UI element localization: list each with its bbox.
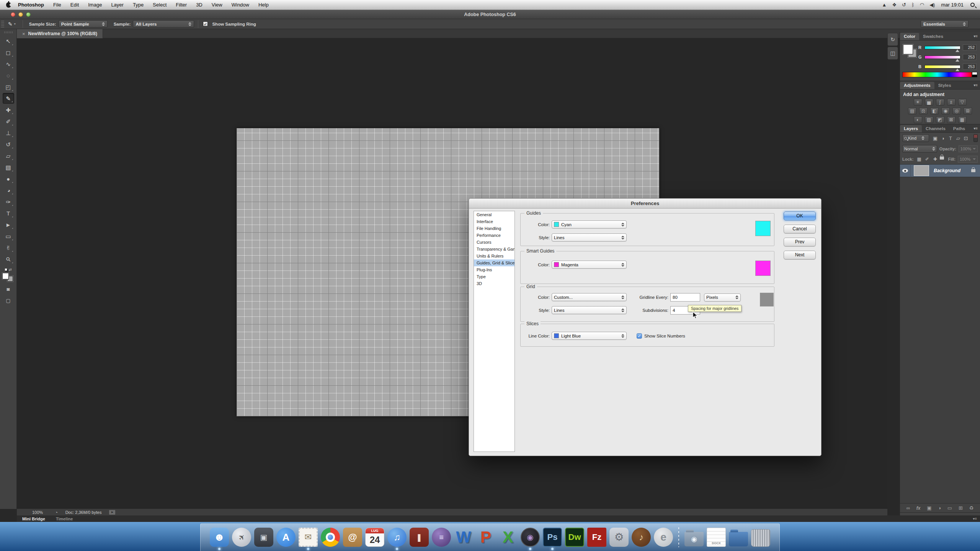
blur-tool[interactable]: ● xyxy=(3,173,14,184)
move-tool[interactable]: ↖ xyxy=(3,36,14,46)
dodge-tool[interactable]: ◒ xyxy=(3,185,14,196)
blue-slider[interactable] xyxy=(924,65,960,68)
menu-3d[interactable]: 3D xyxy=(196,2,203,8)
dock-finder[interactable]: ☻ xyxy=(209,527,230,548)
drive-icon[interactable]: ▲ xyxy=(882,2,887,8)
panel-menu-icon[interactable]: ▾≡ xyxy=(973,126,978,130)
document-size-info[interactable]: Doc: 2,36M/0 bytes xyxy=(65,510,102,515)
threshold-icon[interactable]: ◩ xyxy=(936,116,944,123)
new-layer-button[interactable]: ⊞ xyxy=(959,505,963,511)
green-value[interactable]: 253 xyxy=(963,54,977,60)
lock-transparency-icon[interactable]: ▦ xyxy=(916,156,922,162)
screen-mode-button[interactable]: ▢ xyxy=(3,296,13,305)
grid-style-select[interactable]: Lines xyxy=(552,306,627,314)
fill-field[interactable]: 100% xyxy=(958,156,978,163)
quick-mask-button[interactable]: ◙ xyxy=(3,285,13,293)
brush-tool[interactable]: ✐ xyxy=(3,116,14,127)
exposure-icon[interactable]: ± xyxy=(947,99,956,106)
pen-tool[interactable]: ✑ xyxy=(3,196,14,207)
dock-pictures-folder[interactable]: ◉ xyxy=(684,527,704,548)
menu-file[interactable]: File xyxy=(53,2,61,8)
grid-color-select[interactable]: Custom... xyxy=(552,293,627,301)
invert-icon[interactable]: ◐ xyxy=(914,116,922,123)
smart-guides-color-select[interactable]: Magenta xyxy=(552,261,627,269)
time-machine-icon[interactable]: ↺ xyxy=(902,2,906,8)
gridline-unit-select[interactable]: Pixels xyxy=(704,293,741,302)
pref-nav-plug-ins[interactable]: Plug-Ins xyxy=(474,266,514,273)
dock-garageband[interactable]: ♪ xyxy=(631,527,652,548)
dock-app-store[interactable]: A xyxy=(276,527,296,548)
dock-mail[interactable]: ✉ xyxy=(298,527,318,548)
pref-nav-transparency-gamut[interactable]: Transparency & Gamut xyxy=(474,246,514,253)
zoom-tool[interactable]: ⚲ xyxy=(3,254,14,264)
cancel-button[interactable]: Cancel xyxy=(784,225,816,233)
dock-chrome[interactable] xyxy=(320,527,341,548)
smart-object-filter-icon[interactable]: ⊡ xyxy=(962,135,970,141)
color-tab-swatches[interactable]: Swatches xyxy=(919,33,947,40)
lock-pixels-icon[interactable]: ✐ xyxy=(924,156,930,162)
history-panel-button[interactable]: ↻ xyxy=(887,33,898,46)
new-adjustment-layer-button[interactable]: ◑ xyxy=(938,505,941,511)
pref-nav-cursors[interactable]: Cursors xyxy=(474,239,514,246)
status-clock-icon[interactable]: ◔ xyxy=(55,510,58,515)
blend-mode-select[interactable]: Normal xyxy=(902,145,937,153)
dock-calendar[interactable]: LUG24 xyxy=(364,527,385,548)
pref-nav-interface[interactable]: Interface xyxy=(474,218,514,225)
menu-type[interactable]: Type xyxy=(133,2,144,8)
bluetooth-icon[interactable]: ᛒ xyxy=(911,2,915,8)
green-slider[interactable] xyxy=(924,55,960,59)
rectangle-tool[interactable]: ▭ xyxy=(3,231,14,241)
history-brush-tool[interactable]: ↺ xyxy=(3,139,14,150)
dropbox-icon[interactable]: ❖ xyxy=(892,2,897,8)
layer-thumbnail[interactable] xyxy=(914,165,929,176)
lock-position-icon[interactable]: ✚ xyxy=(932,156,938,162)
eraser-tool[interactable]: ▱ xyxy=(3,150,14,161)
dock-evernote[interactable]: e xyxy=(653,527,674,548)
channel-mixer-icon[interactable]: ◎ xyxy=(952,108,961,114)
spectrum-bw-swatches[interactable] xyxy=(972,72,977,77)
layers-tab-paths[interactable]: Paths xyxy=(949,125,969,132)
posterize-icon[interactable]: ▨ xyxy=(925,116,933,123)
properties-panel-button[interactable]: ◫ xyxy=(887,47,898,60)
add-layer-mask-button[interactable]: ▣ xyxy=(927,505,931,511)
gradient-map-icon[interactable]: ▩ xyxy=(958,116,967,123)
hue-saturation-icon[interactable]: ▤ xyxy=(908,108,916,114)
menu-image[interactable]: Image xyxy=(88,2,102,8)
delete-layer-button[interactable]: ♻ xyxy=(969,505,974,511)
menu-filter[interactable]: Filter xyxy=(176,2,187,8)
path-selection-tool[interactable]: ► xyxy=(3,219,14,230)
pref-nav-file-handling[interactable]: File Handling xyxy=(474,225,514,232)
dialog-title-bar[interactable]: Preferences xyxy=(469,199,821,209)
menu-select[interactable]: Select xyxy=(153,2,167,8)
apple-menu-icon[interactable] xyxy=(6,2,11,8)
clone-stamp-tool[interactable]: ⊥ xyxy=(3,127,14,138)
dock-downloads-folder[interactable] xyxy=(728,527,749,548)
panel-menu-icon[interactable]: ▾≡ xyxy=(973,34,978,38)
color-tab-color[interactable]: Color xyxy=(900,33,919,40)
slider-thumb-icon[interactable] xyxy=(956,59,959,62)
shape-layer-filter-icon[interactable]: ▱ xyxy=(954,135,962,141)
default-colors-icon[interactable] xyxy=(5,268,7,271)
levels-icon[interactable]: ▅ xyxy=(925,99,933,106)
menu-window[interactable]: Window xyxy=(232,2,249,8)
tool-preset-caret-icon[interactable]: ▾ xyxy=(14,22,16,26)
spotlight-icon[interactable] xyxy=(970,3,975,7)
link-layers-button[interactable]: ∞ xyxy=(906,505,910,511)
dock-trash[interactable] xyxy=(750,527,771,548)
healing-brush-tool[interactable]: ✚ xyxy=(3,104,14,115)
sample-select[interactable]: All Layers xyxy=(133,20,194,28)
panel-menu-icon[interactable]: ▾≡ xyxy=(973,83,978,87)
menu-help[interactable]: Help xyxy=(258,2,269,8)
photo-filter-icon[interactable]: ◉ xyxy=(941,108,950,114)
vibrance-icon[interactable]: ▽ xyxy=(958,99,967,106)
slider-thumb-icon[interactable] xyxy=(956,68,959,71)
new-group-button[interactable]: ▭ xyxy=(947,505,952,511)
dock-launchpad[interactable]: ✈ xyxy=(231,527,252,548)
curves-icon[interactable]: ∫ xyxy=(936,99,944,106)
adjustments-tab-adjustments[interactable]: Adjustments xyxy=(900,82,934,89)
close-window-button[interactable] xyxy=(11,12,15,17)
dock-excel[interactable]: X xyxy=(498,527,518,548)
color-lookup-icon[interactable]: ⊞ xyxy=(964,108,972,114)
dock-filezilla[interactable]: Fz xyxy=(586,527,607,548)
dock-contacts[interactable]: @ xyxy=(342,527,363,548)
